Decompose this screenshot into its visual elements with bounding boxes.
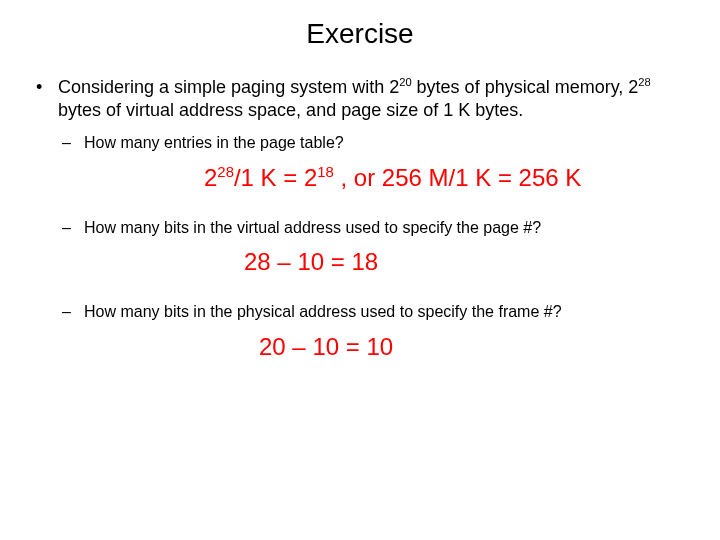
a1-p1: 2 [204, 164, 217, 191]
q2-text: How many bits in the virtual address use… [84, 218, 686, 239]
bullet-text: Considering a simple paging system with … [58, 76, 686, 123]
b1-mid1: bytes of physical memory, 2 [412, 77, 639, 97]
answer-3: 20 – 10 = 10 [34, 333, 686, 361]
bullet-dash: – [62, 218, 84, 239]
a1-p3: , or 256 M/1 K = 256 K [334, 164, 581, 191]
answer-1: 228/1 K = 218 , or 256 M/1 K = 256 K [34, 164, 686, 192]
bullet-level2: – How many bits in the physical address … [62, 302, 686, 323]
b1-pre: Considering a simple paging system with … [58, 77, 399, 97]
bullet-dash: – [62, 302, 84, 323]
bullet-dot: • [34, 76, 58, 123]
a1-s1: 28 [217, 164, 234, 180]
bullet-level2: – How many bits in the virtual address u… [62, 218, 686, 239]
answer-2: 28 – 10 = 18 [34, 248, 686, 276]
q3-text: How many bits in the physical address us… [84, 302, 686, 323]
b1-post: bytes of virtual address space, and page… [58, 100, 523, 120]
bullet-dash: – [62, 133, 84, 154]
bullet-level2: – How many entries in the page table? [62, 133, 686, 154]
b1-sup2: 28 [638, 76, 650, 88]
bullet-level1: • Considering a simple paging system wit… [34, 76, 686, 123]
q1-text: How many entries in the page table? [84, 133, 686, 154]
slide-title: Exercise [34, 18, 686, 50]
b1-sup1: 20 [399, 76, 411, 88]
a1-s2: 18 [317, 164, 334, 180]
a1-p2: /1 K = 2 [234, 164, 317, 191]
slide: Exercise • Considering a simple paging s… [0, 0, 720, 361]
